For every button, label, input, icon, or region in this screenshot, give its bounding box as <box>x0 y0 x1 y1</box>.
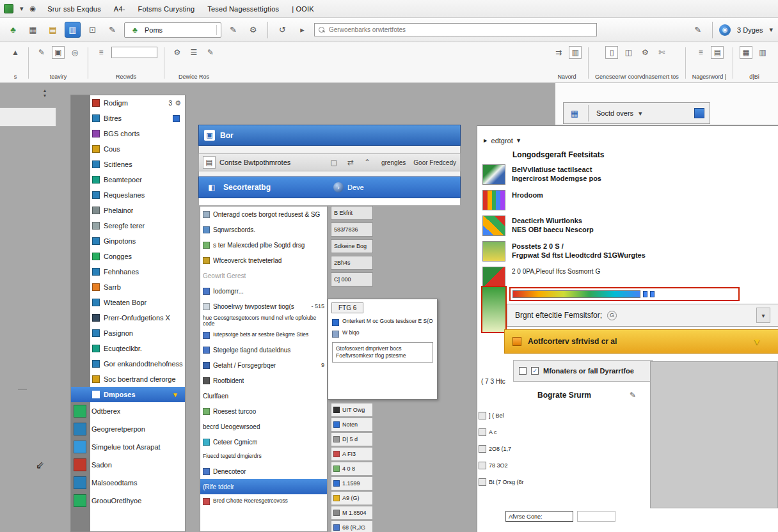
menu-item[interactable]: Fotsms Curysting <box>138 5 195 13</box>
refresh-icon[interactable]: ↺ <box>274 22 290 38</box>
side-item[interactable]: A c <box>479 424 520 441</box>
color-ramp-strip[interactable] <box>509 287 740 301</box>
sidebar-item[interactable]: Cous ⚙ ▼ <box>71 141 185 157</box>
cursor-icon[interactable]: ▲ <box>9 46 22 59</box>
gear-icon[interactable]: ⚙ <box>245 22 261 38</box>
list-item[interactable]: Ceteer Cgmicm <box>200 434 327 450</box>
legend-item[interactable]: BelVvllatiuse tactilseact Ingercirost Mo… <box>482 164 774 186</box>
active-tool-button[interactable]: ▥ <box>65 22 81 38</box>
list-item[interactable]: Denecoteor <box>200 464 327 479</box>
list-item[interactable]: Onteragd coets borgot redusest & SG <box>200 207 327 222</box>
sidebar-item[interactable]: GroouOretlhyoe ⚙ ▼ <box>71 492 185 510</box>
sidebar-item[interactable]: Odtberex ⚙ ▼ <box>71 402 185 420</box>
grid-icon[interactable]: ▤ <box>711 46 724 59</box>
apply-button[interactable] <box>694 108 704 118</box>
sidebar-item[interactable]: Pasignon ⚙ ▼ <box>71 325 185 341</box>
grid-icon[interactable]: ▦ <box>569 107 580 119</box>
value-box[interactable]: Sdkeine Bog <box>331 239 373 253</box>
list-item[interactable]: Iutepsotge bets ar sesbre Bekgrre Sties <box>200 328 327 342</box>
scissors-icon[interactable]: ✄ <box>655 46 668 59</box>
record-icon[interactable]: ◉ <box>30 4 36 13</box>
list-item[interactable]: hue Geosgrtesgetocors mund nel vrfe opfo… <box>200 314 327 328</box>
side-item[interactable]: ] ( Bel <box>479 407 520 424</box>
chevron-down-icon[interactable]: ▾ <box>639 109 642 118</box>
sidebar-item[interactable]: Rodigm 3 ⚙ ▼ <box>71 95 185 111</box>
collapse-icon[interactable]: ⌃ <box>361 156 374 169</box>
chevron-down-icon[interactable]: ▾ <box>756 308 770 323</box>
popup-row[interactable]: W biqo <box>328 328 437 340</box>
edit-icon[interactable]: ✎ <box>104 22 120 38</box>
panel-icon[interactable]: ▥ <box>569 46 582 59</box>
pen-icon[interactable]: ✎ <box>630 391 636 400</box>
sidebar-item[interactable]: Geogreretperpon ⚙ ▼ <box>71 420 185 438</box>
sidebar-item[interactable]: Congges ⚙ ▼ <box>71 249 185 264</box>
pen-icon[interactable]: ✎ <box>204 46 217 59</box>
sidebar-item[interactable]: Gor enkandodtnehofness ⚙ ▼ <box>71 356 185 372</box>
list-item[interactable]: Iodomgrr... <box>200 283 327 299</box>
pen-icon[interactable]: ✎ <box>225 22 241 38</box>
spinner-arrows[interactable]: ▴▾ <box>44 88 46 98</box>
sidebar-item[interactable]: Phelainor ⚙ ▼ <box>71 203 185 218</box>
style-dropdown-row[interactable]: Brgnt eftecitie Femsitsfor; G ▾ <box>507 304 778 327</box>
layer-combobox[interactable]: ♣ Poms <box>124 22 221 38</box>
value-row[interactable]: Noten <box>331 418 373 432</box>
value-row[interactable]: 1.1599 <box>331 476 373 490</box>
sidebar-item[interactable]: BGS chorts ⚙ ▼ <box>71 126 185 141</box>
list-item[interactable]: Roesest turcoo <box>200 403 327 419</box>
menu-item[interactable]: Srur ssb Exqdus <box>47 5 101 13</box>
list-item[interactable]: (Rife tddelr <box>200 479 327 494</box>
sidebar-item[interactable]: Ginpotons ⚙ ▼ <box>71 233 185 249</box>
value-box[interactable]: 583/7836 <box>331 223 373 237</box>
swap-icon[interactable]: ⇄ <box>344 156 357 169</box>
side-item[interactable]: 78 3O2 <box>479 457 520 474</box>
list-item[interactable]: Shooelrwy twvpostewr tiog(s - 515 <box>200 299 327 314</box>
list-item[interactable]: Wfceoverck tnetveterlad <box>200 253 327 268</box>
pen-icon[interactable]: ✎ <box>35 46 48 59</box>
table-icon[interactable]: ▤ <box>45 22 61 38</box>
frame-icon[interactable]: ▢ <box>328 156 340 169</box>
go-icon[interactable]: › <box>333 182 344 192</box>
sidebar-item[interactable]: Sadon ⚙ ▼ <box>71 456 185 474</box>
dialog-titlebar[interactable]: ▣ Bor <box>198 125 461 146</box>
sidebar-item[interactable]: Malsoeodtams ⚙ ▼ <box>71 474 185 492</box>
columns-icon[interactable]: ◫ <box>622 46 635 59</box>
value-row[interactable]: A9 (G) <box>331 491 373 505</box>
chevron-down-icon[interactable]: ▾ <box>769 26 773 34</box>
sidebar-item[interactable]: Dmposes ⚙ ▼ <box>71 387 185 402</box>
monitors-row[interactable]: ✓ Mfonaters or fall Dyrarrtfoe <box>513 360 653 382</box>
rows-icon[interactable]: ☰ <box>187 46 200 59</box>
shape-icon[interactable]: ▣ <box>52 46 65 59</box>
coverage-box[interactable]: Afvrse Gone: <box>505 511 573 522</box>
value-box[interactable]: B Ekfrit <box>331 206 373 220</box>
value-row[interactable]: 4 0 8 <box>331 462 373 476</box>
sidebar-item[interactable]: Prerr-Onfudgetions X ⚙ ▼ <box>71 310 185 325</box>
menu-item[interactable]: Tesed Nagessettigtios <box>207 5 279 13</box>
sidebar-item[interactable]: Beamtepoer ⚙ ▼ <box>71 172 185 187</box>
legend-item[interactable]: 2 0 0PA,Pleouf Ifcs Sosmorrt G <box>482 267 774 288</box>
menu-item[interactable]: | OOIK <box>292 5 314 13</box>
value-box[interactable]: 2Bh4s <box>331 256 373 270</box>
search-input[interactable]: Gerwoenbarks orwtertfotes <box>314 23 597 36</box>
value-row[interactable]: M 1.8504 <box>331 506 373 520</box>
frame-icon[interactable]: ▯ <box>605 46 618 59</box>
value-box[interactable]: C] 000 <box>331 272 373 286</box>
panel-header[interactable]: ▸ edtgrot ▾ <box>484 136 520 145</box>
play-icon[interactable]: ▸ <box>294 22 310 38</box>
list-item[interactable]: Bred Ghotte Roeresgetrcovoss <box>200 494 327 508</box>
grid2-icon[interactable]: ▦ <box>740 46 752 59</box>
value-row[interactable]: D] 5 d <box>331 432 373 446</box>
gear-icon[interactable]: ⚙ <box>171 46 184 59</box>
annotate-icon[interactable]: ✎ <box>690 22 706 38</box>
sidebar-item[interactable]: Wteaten Bopr ⚙ ▼ <box>71 295 185 310</box>
checkbox-checked-icon[interactable]: ✓ <box>531 367 539 375</box>
legend-item[interactable]: Posstets 2 0 S / Frgpwat Sd ftst Lleodtc… <box>482 241 774 263</box>
item-right-icon[interactable] <box>173 115 180 122</box>
list-item[interactable]: Stegelge tiagnd dutaeldnus <box>200 342 327 357</box>
gear-icon[interactable]: ⚙ <box>639 46 651 59</box>
sidebar-item[interactable]: Bitres ⚙ ▼ <box>71 111 185 126</box>
warning-row[interactable]: Aotfcorterv sfrtvisd cr al ▼ <box>504 329 778 354</box>
sidebar-item[interactable]: Fehnhanes ⚙ ▼ <box>71 264 185 279</box>
menu-item[interactable]: A4- <box>114 5 125 13</box>
sidebar-item[interactable]: Sarrb ⚙ ▼ <box>71 279 185 295</box>
options-icon[interactable]: ▤ <box>203 156 216 169</box>
